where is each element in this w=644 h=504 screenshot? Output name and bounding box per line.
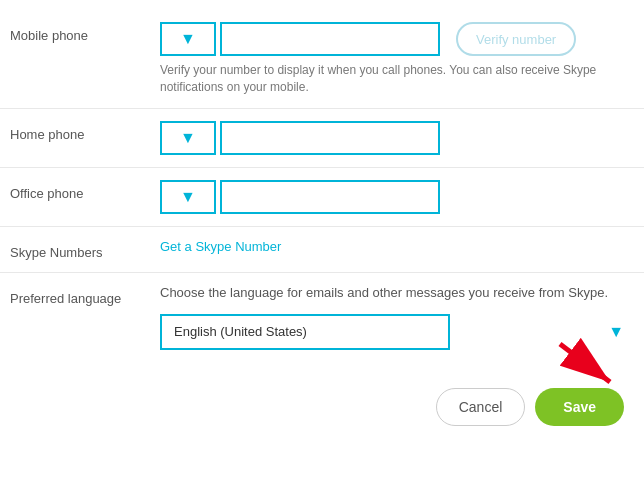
language-select[interactable]: English (United States) English (United …	[160, 314, 450, 350]
office-country-chevron: ▼	[180, 188, 196, 206]
skype-numbers-row: Skype Numbers Get a Skype Number	[0, 227, 644, 273]
mobile-phone-fields: ▼ Verify number	[160, 22, 634, 56]
office-phone-input[interactable]	[220, 180, 440, 214]
verify-number-button[interactable]: Verify number	[456, 22, 576, 56]
mobile-phone-inputs: ▼ Verify number Verify your number to di…	[160, 22, 634, 96]
settings-form: Mobile phone ▼ Verify number Verify your…	[0, 0, 644, 372]
mobile-helper-text: Verify your number to display it when yo…	[160, 62, 600, 96]
home-phone-inputs: ▼	[160, 121, 634, 155]
footer-actions: Cancel Save	[0, 372, 644, 442]
skype-numbers-content: Get a Skype Number	[160, 239, 634, 254]
svg-line-1	[560, 344, 610, 382]
home-phone-input[interactable]	[220, 121, 440, 155]
office-phone-row: Office phone ▼	[0, 168, 644, 227]
mobile-country-dropdown[interactable]: ▼	[160, 22, 216, 56]
language-description: Choose the language for emails and other…	[160, 285, 620, 300]
office-phone-fields: ▼	[160, 180, 634, 214]
mobile-phone-row: Mobile phone ▼ Verify number Verify your…	[0, 10, 644, 109]
cancel-button[interactable]: Cancel	[436, 388, 526, 426]
mobile-phone-input[interactable]	[220, 22, 440, 56]
get-skype-number-link[interactable]: Get a Skype Number	[160, 239, 634, 254]
save-arrow-indicator	[550, 334, 630, 394]
home-phone-fields: ▼	[160, 121, 634, 155]
home-phone-label: Home phone	[10, 121, 160, 142]
home-country-dropdown[interactable]: ▼	[160, 121, 216, 155]
home-country-chevron: ▼	[180, 129, 196, 147]
office-phone-label: Office phone	[10, 180, 160, 201]
office-phone-inputs: ▼	[160, 180, 634, 214]
mobile-country-chevron: ▼	[180, 30, 196, 48]
home-phone-row: Home phone ▼	[0, 109, 644, 168]
office-country-dropdown[interactable]: ▼	[160, 180, 216, 214]
skype-numbers-label: Skype Numbers	[10, 239, 160, 260]
mobile-phone-label: Mobile phone	[10, 22, 160, 43]
preferred-language-row: Preferred language Choose the language f…	[0, 273, 644, 362]
preferred-language-label: Preferred language	[10, 285, 160, 306]
